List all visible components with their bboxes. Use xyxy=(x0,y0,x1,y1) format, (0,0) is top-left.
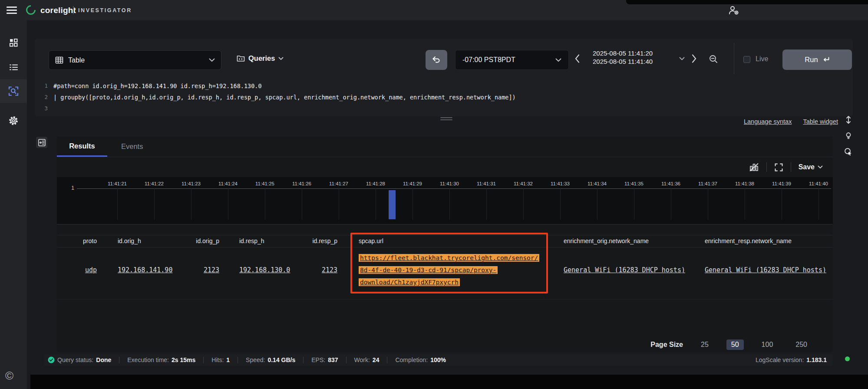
edge-tools xyxy=(844,115,852,156)
time-range-select[interactable]: 2025-08-05 11:41:20 2025-08-05 11:41:40 xyxy=(593,49,653,66)
column-header-enrichment_resp.network_name[interactable]: enrichment_resp.network_name xyxy=(705,235,835,247)
search-scan-icon xyxy=(8,86,19,97)
page-size-option-25[interactable]: 25 xyxy=(696,340,713,350)
chart-gridline xyxy=(708,188,708,220)
run-button[interactable]: Run xyxy=(782,49,852,70)
url-link[interactable]: 8d-4f-de-40-19-d3-cd-91/spcap/proxy- xyxy=(359,266,498,274)
timeline-chart[interactable]: 1 11:41:2111:41:2211:41:2311:41:2411:41:… xyxy=(57,177,833,224)
time-range-from: 2025-08-05 11:41:20 xyxy=(593,49,653,57)
column-header-id.orig_p[interactable]: id.orig_p xyxy=(176,235,219,247)
table-widget-link[interactable]: Table widget xyxy=(803,118,838,125)
return-key-icon xyxy=(822,56,830,63)
results-table-header: protoid.orig_hid.orig_pid.resp_hid.resp_… xyxy=(57,235,833,247)
x-axis-tick-label: 11:41:23 xyxy=(175,181,207,186)
x-axis-tick-label: 11:41:28 xyxy=(360,181,391,186)
screen-bottom-strip xyxy=(30,375,868,389)
status-value: 24 xyxy=(373,356,380,363)
url-link[interactable]: https://fleet.blackhat.trycorelight.com/… xyxy=(359,254,539,262)
cell-id.resp_p[interactable]: 2123 xyxy=(294,266,337,274)
chevron-down-icon[interactable] xyxy=(679,57,685,61)
toolbar-separator xyxy=(791,162,791,172)
chart-gridline xyxy=(265,188,265,220)
status-value: Done xyxy=(96,356,111,363)
x-axis-tick-label: 11:41:22 xyxy=(139,181,170,186)
user-settings-icon[interactable] xyxy=(728,4,740,16)
menu-icon[interactable] xyxy=(7,7,17,14)
corelight-logo-icon xyxy=(24,3,37,16)
chart-gridline xyxy=(560,188,561,220)
url-line: https://fleet.blackhat.trycorelight.com/… xyxy=(359,252,558,264)
zoom-out-time-icon[interactable] xyxy=(709,54,718,64)
copyright-icon: © xyxy=(5,370,13,381)
status-value: 837 xyxy=(328,356,338,363)
dashboard-icon xyxy=(8,37,19,48)
page-size-option-50[interactable]: 50 xyxy=(726,340,744,350)
page-size-label: Page Size xyxy=(650,341,683,349)
sidebar-item-settings[interactable] xyxy=(0,109,27,132)
sidebar-item-dashboards[interactable] xyxy=(0,31,27,54)
query-text[interactable]: #path=conn id.orig_h=192.168.141.90 id.r… xyxy=(53,80,262,92)
live-checkbox[interactable] xyxy=(743,56,750,63)
histogram-bar[interactable] xyxy=(389,190,396,219)
column-header-proto[interactable]: proto xyxy=(57,235,97,247)
check-circle-icon xyxy=(48,356,55,363)
tab-results[interactable]: Results xyxy=(57,136,107,157)
tab-events[interactable]: Events xyxy=(117,136,147,157)
logscale-version: LogScale version: 1.183.1 xyxy=(756,356,827,363)
resize-vertical-icon[interactable] xyxy=(845,115,852,124)
save-button[interactable]: Save xyxy=(799,163,823,171)
editor-line: 1#path=conn id.orig_h=192.168.141.90 id.… xyxy=(35,80,853,92)
column-header-enrichment_orig.network_name[interactable]: enrichment_orig.network_name xyxy=(564,235,707,247)
x-axis-line xyxy=(77,188,831,189)
queries-folder-icon xyxy=(237,55,245,62)
logscale-version-value: 1.183.1 xyxy=(806,356,827,363)
time-range-next-button[interactable] xyxy=(691,54,697,63)
cell-enrichment_resp.network_name[interactable]: General WiFi (16283 DHCP hosts) xyxy=(705,266,835,274)
chart-gridline xyxy=(745,188,745,220)
column-header-id.resp_p[interactable]: id.resp_p xyxy=(294,235,337,247)
query-editor[interactable]: 1#path=conn id.orig_h=192.168.141.90 id.… xyxy=(35,80,853,114)
cell-enrichment_orig.network_name[interactable]: General WiFi (16283 DHCP hosts) xyxy=(564,266,707,274)
url-line: 8d-4f-de-40-19-d3-cd-91/spcap/proxy- xyxy=(359,264,558,276)
timezone-value: -07:00 PST8PDT xyxy=(462,56,555,64)
panel-resize-handle[interactable] xyxy=(440,117,452,122)
x-axis-tick-label: 11:41:34 xyxy=(581,181,613,186)
chart-toolbar: Save xyxy=(57,157,833,177)
queries-menu-button[interactable]: Queries xyxy=(237,54,284,63)
sidebar-item-search[interactable] xyxy=(0,79,27,103)
bulb-icon[interactable] xyxy=(845,132,852,140)
sidebar-item-list[interactable] xyxy=(0,56,27,79)
status-label: Completion: xyxy=(395,356,428,363)
status-separator xyxy=(303,357,304,363)
results-tabs: ResultsEvents xyxy=(57,136,833,157)
undo-button[interactable] xyxy=(426,50,447,70)
cell-id.orig_p[interactable]: 2123 xyxy=(176,266,219,274)
chart-gridline xyxy=(191,188,191,220)
cell-proto[interactable]: udp xyxy=(57,266,97,274)
chart-gridline xyxy=(597,188,597,220)
status-separator xyxy=(119,357,119,363)
inspect-cursor-icon[interactable] xyxy=(844,148,852,156)
timezone-select[interactable]: -07:00 PST8PDT xyxy=(455,50,569,70)
chart-gridline xyxy=(117,188,118,220)
language-syntax-link[interactable]: Language syntax xyxy=(744,118,792,125)
x-axis-tick-label: 11:41:31 xyxy=(471,181,502,186)
url-link[interactable]: download/Ch1zayjdXF7pxycrh xyxy=(359,278,460,286)
brand-name: corelight xyxy=(40,6,76,15)
hide-histogram-icon[interactable] xyxy=(749,162,759,172)
status-value: 0.14 GB/s xyxy=(267,356,295,363)
y-axis-tick-label: 1 xyxy=(63,185,74,191)
query-text[interactable]: | groupby([proto,id.orig_h,id.orig_p, id… xyxy=(53,92,516,103)
page-size-row: Page Size 2550100250 xyxy=(57,336,833,353)
x-axis-tick-label: 11:41:24 xyxy=(212,181,244,186)
view-type-select[interactable]: Table xyxy=(49,50,221,70)
page-size-option-100[interactable]: 100 xyxy=(757,340,778,350)
column-header-spcap.url[interactable]: spcap.url xyxy=(359,235,558,247)
time-range-previous-button[interactable] xyxy=(574,54,580,63)
status-label: Query status: xyxy=(57,356,93,363)
expand-panel-icon[interactable] xyxy=(36,137,47,148)
status-value: 2s 15ms xyxy=(172,356,195,363)
fullscreen-icon[interactable] xyxy=(774,163,783,172)
x-axis-tick-label: 11:41:33 xyxy=(545,181,576,186)
page-size-option-250[interactable]: 250 xyxy=(791,340,812,350)
